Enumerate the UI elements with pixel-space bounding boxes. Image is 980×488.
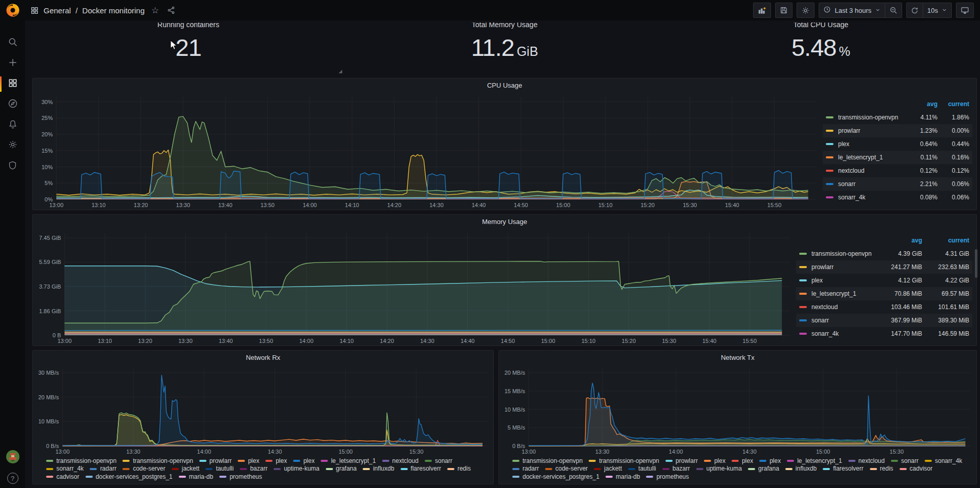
legend-series-name[interactable]: prowlarr <box>799 263 875 271</box>
breadcrumb-dashboard-title[interactable]: Docker monitoring <box>82 6 145 15</box>
sidebar-item-server-admin[interactable] <box>0 156 25 176</box>
legend-item[interactable]: tautulli <box>205 465 234 473</box>
legend-item[interactable]: radarr <box>90 465 116 473</box>
legend-series-name[interactable]: sonarr_4k <box>799 330 875 337</box>
legend-item[interactable]: prometheus <box>219 473 262 481</box>
legend-item[interactable]: plex <box>293 457 315 465</box>
legend-row[interactable]: prowlarr1.23%0.00% <box>823 124 972 137</box>
legend-item[interactable]: grafana <box>748 465 779 473</box>
legend-item[interactable]: redis <box>870 465 893 473</box>
legend-item[interactable]: nextcloud <box>848 457 885 465</box>
legend-item[interactable]: plex <box>265 457 287 465</box>
legend-row[interactable]: sonarr2.21%0.06% <box>823 177 972 191</box>
refresh-button[interactable] <box>906 3 923 18</box>
legend-series-name[interactable]: transmission-openvpn <box>799 250 875 257</box>
sidebar-item-alerting[interactable] <box>0 115 25 135</box>
legend-row[interactable]: sonarr_4k147.70 MiB146.59 MiB <box>796 327 972 340</box>
legend-row[interactable]: transmission-openvpn4.11%1.86% <box>823 111 972 124</box>
panel-title[interactable]: Network Rx <box>33 351 493 364</box>
legend-item[interactable]: transmission-openvpn <box>512 457 582 465</box>
panel-title[interactable]: Memory Usage <box>33 215 976 228</box>
legend-row[interactable]: nextcloud103.46 MiB101.61 MiB <box>796 300 972 314</box>
share-icon[interactable] <box>167 6 175 14</box>
avatar[interactable] <box>6 450 19 465</box>
legend-item[interactable]: prowlarr <box>199 457 232 465</box>
help-icon[interactable]: ? <box>7 473 18 484</box>
legend-row[interactable]: plex0.64%0.44% <box>823 137 972 151</box>
legend-row[interactable]: transmission-openvpn4.39 GiB4.31 GiB <box>796 247 972 260</box>
breadcrumb-folder[interactable]: General <box>44 6 71 15</box>
network-rx-chart[interactable]: 0 B/s10 MB/s20 MB/s30 MB/s13:0013:3014:0… <box>33 364 493 456</box>
legend-row[interactable]: le_letsencrypt_10.11%0.16% <box>823 151 972 164</box>
legend-item[interactable]: jackett <box>172 465 200 473</box>
legend-sort-avg[interactable]: avg <box>906 100 937 108</box>
legend-item[interactable]: plex <box>238 457 259 465</box>
legend-item[interactable]: docker-services_postgres_1 <box>86 473 173 481</box>
legend-item[interactable]: docker-services_postgres_1 <box>512 473 599 481</box>
legend-row[interactable]: sonarr367.99 MiB389.30 MiB <box>796 314 972 327</box>
legend-item[interactable]: redis <box>447 465 471 473</box>
legend-series-name[interactable]: nextcloud <box>799 303 875 311</box>
legend-series-name[interactable]: transmission-openvpn <box>826 114 906 121</box>
sidebar-item-search[interactable] <box>0 33 25 53</box>
legend-item[interactable]: influxdb <box>363 465 394 473</box>
legend-item[interactable]: plex <box>704 457 725 465</box>
zoom-out-button[interactable] <box>885 3 902 18</box>
legend-item[interactable]: transmission-openvpn <box>589 457 659 465</box>
panel-title[interactable]: CPU Usage <box>33 78 976 92</box>
legend-sort-current[interactable]: current <box>922 237 969 244</box>
legend-item[interactable]: bazarr <box>240 465 267 473</box>
legend-item[interactable]: prowlarr <box>665 457 698 465</box>
legend-item[interactable]: sonarr <box>891 457 919 465</box>
legend-item[interactable]: prometheus <box>646 473 689 481</box>
legend-item[interactable]: uptime-kuma <box>274 465 319 473</box>
dashboard-settings-button[interactable] <box>797 3 815 18</box>
panel-title[interactable]: Total CPU Usage <box>794 23 848 29</box>
legend-series-name[interactable]: sonarr <box>826 180 906 188</box>
legend-item[interactable]: grafana <box>326 465 357 473</box>
tv-kiosk-button[interactable] <box>956 3 974 18</box>
legend-item[interactable]: nextcloud <box>382 457 419 465</box>
legend-row[interactable]: le_letsencrypt_170.86 MiB69.57 MiB <box>796 287 972 300</box>
legend-item[interactable]: maria-db <box>179 473 213 481</box>
legend-row[interactable]: prowlarr241.27 MiB232.63 MiB <box>796 260 972 274</box>
legend-row[interactable]: nextcloud0.12%0.12% <box>823 164 972 177</box>
legend-series-name[interactable]: prowlarr <box>826 127 906 134</box>
panel-title[interactable]: Total Memory Usage <box>472 23 537 29</box>
legend-item[interactable]: jackett <box>594 465 622 473</box>
legend-series-name[interactable]: plex <box>826 140 906 148</box>
panel-title[interactable]: Network Tx <box>499 351 976 364</box>
panel-title[interactable]: Running containers <box>157 23 219 29</box>
legend-item[interactable]: cadvisor <box>900 465 933 473</box>
star-icon[interactable]: ☆ <box>151 5 159 16</box>
legend-series-name[interactable]: le_letsencrypt_1 <box>799 290 875 297</box>
save-dashboard-button[interactable] <box>775 3 793 18</box>
legend-item[interactable]: sonarr <box>425 457 452 465</box>
legend-item[interactable]: transmission-openvpn <box>46 457 116 465</box>
legend-item[interactable]: le_letsencrypt_1 <box>321 457 376 465</box>
legend-item[interactable]: flaresolverr <box>823 465 863 473</box>
legend-sort-current[interactable]: current <box>937 100 969 108</box>
legend-item[interactable]: bazarr <box>662 465 690 473</box>
memory-usage-chart[interactable]: 0 B1.86 GiB3.73 GiB5.59 GiB7.45 GiB13:00… <box>33 228 796 345</box>
legend-series-name[interactable]: sonarr <box>799 317 875 324</box>
time-range-picker[interactable]: Last 3 hours <box>819 3 885 18</box>
legend-item[interactable]: cadvisor <box>46 473 79 481</box>
sidebar-item-dashboards[interactable] <box>0 74 25 94</box>
grafana-logo[interactable] <box>4 1 22 19</box>
legend-item[interactable]: plex <box>759 457 781 465</box>
legend-row[interactable]: sonarr_4k0.08%0.06% <box>823 191 972 204</box>
sidebar-item-create[interactable] <box>0 53 25 74</box>
legend-item[interactable]: le_letsencrypt_1 <box>787 457 842 465</box>
refresh-interval-picker[interactable]: 10s <box>923 3 952 18</box>
add-panel-button[interactable] <box>753 3 771 18</box>
legend-item[interactable]: influxdb <box>785 465 817 473</box>
legend-item[interactable]: code-server <box>122 465 165 473</box>
network-tx-chart[interactable]: 0 B/s5 MB/s10 MB/s15 MB/s20 MB/s13:0013:… <box>499 364 976 456</box>
legend-item[interactable]: transmission-openvpn <box>122 457 193 465</box>
panel-resize-handle[interactable] <box>339 70 342 73</box>
legend-item[interactable]: plex <box>732 457 753 465</box>
legend-sort-avg[interactable]: avg <box>875 237 922 244</box>
legend-item[interactable]: tautulli <box>628 465 656 473</box>
cpu-usage-chart[interactable]: 0%5%10%15%20%25%30%13:0013:1013:2013:301… <box>33 92 823 210</box>
